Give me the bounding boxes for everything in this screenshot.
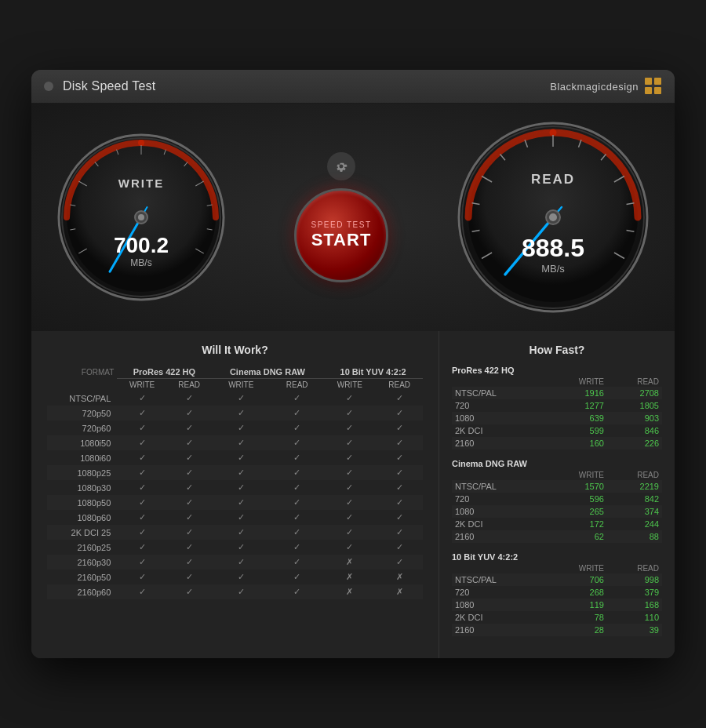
hf-write: 268 [545, 586, 607, 599]
hf-write: 78 [545, 611, 607, 624]
will-it-work-title: Will It Work? [47, 344, 423, 356]
hf-label: 2K DCI [452, 518, 545, 530]
table-row: 1080p50✓✓✓✓✓✓ [47, 495, 423, 510]
hf-read: 842 [607, 493, 662, 505]
hf-label: 1080 [452, 412, 545, 424]
check-cell: ✓ [323, 525, 376, 540]
brand-dot-1 [645, 78, 652, 85]
hf-row: 2K DCI 599 846 [452, 424, 662, 437]
format-cell: 2160p50 [47, 570, 117, 584]
check-cell: ✓ [211, 510, 271, 525]
format-cell: 2160p30 [47, 555, 117, 570]
check-cell: ✓ [376, 465, 423, 480]
check-cell: ✓ [271, 480, 323, 495]
close-button[interactable] [44, 82, 53, 91]
check-cell: ✓ [271, 510, 323, 525]
check-cell: ✓ [211, 406, 271, 420]
check-cell: ✓ [117, 406, 167, 420]
how-fast-title: How Fast? [452, 344, 662, 356]
table-row: 1080p60✓✓✓✓✓✓ [47, 510, 423, 525]
check-cell: ✓ [271, 420, 323, 435]
lower-section: Will It Work? FORMAT ProRes 422 HQ Cinem… [31, 331, 675, 658]
cinema-read-sub: READ [271, 379, 323, 391]
hf-format-title: Cinema DNG RAW [452, 459, 662, 468]
yuv-write-sub: WRITE [323, 379, 376, 391]
start-test-button[interactable]: SPEED TEST START [294, 188, 388, 282]
format-cell: 720p50 [47, 406, 117, 420]
cinema-write-sub: WRITE [211, 379, 271, 391]
write-gauge: WRITE 700.2 MB/s [55, 131, 227, 304]
svg-text:WRITE: WRITE [118, 177, 164, 190]
check-cell: ✓ [376, 480, 423, 495]
hf-write: 265 [545, 505, 607, 518]
hf-row: 1080 639 903 [452, 412, 662, 424]
cinema-dng-header: Cinema DNG RAW [211, 366, 323, 379]
read-col-header: READ [607, 377, 662, 387]
title-bar: Disk Speed Test Blackmagicdesign [31, 70, 675, 104]
check-cell: ✓ [271, 465, 323, 480]
check-cell: ✓ [117, 450, 167, 465]
yuv-read-sub: READ [376, 379, 423, 391]
check-cell: ✓ [376, 495, 423, 510]
label-col-header [452, 377, 545, 387]
check-cell: ✓ [323, 420, 376, 435]
format-cell: 1080p50 [47, 495, 117, 510]
hf-row: 2K DCI 78 110 [452, 611, 662, 624]
hf-write: 1916 [545, 387, 607, 399]
settings-button[interactable] [327, 152, 355, 180]
check-cell: ✓ [376, 435, 423, 450]
format-cell: 2160p60 [47, 584, 117, 599]
check-cell: ✓ [376, 406, 423, 420]
start-button-main-text: START [311, 230, 372, 250]
check-cell: ✓ [117, 584, 167, 599]
hf-label: 2160 [452, 437, 545, 450]
table-row: 720p60✓✓✓✓✓✓ [47, 420, 423, 435]
check-cell: ✓ [167, 540, 212, 555]
hf-write: 596 [545, 493, 607, 505]
hf-table: WRITEREAD NTSC/PAL 706 998 720 268 379 1… [452, 563, 662, 636]
hf-label: 1080 [452, 599, 545, 611]
check-cell: ✓ [167, 391, 212, 406]
hf-write: 160 [545, 437, 607, 450]
table-row: 1080i50✓✓✓✓✓✓ [47, 435, 423, 450]
hf-write: 119 [545, 599, 607, 611]
check-cell: ✓ [323, 435, 376, 450]
check-cell: ✓ [211, 584, 271, 599]
write-gauge-dial: WRITE 700.2 MB/s [55, 131, 227, 304]
check-cell: ✓ [323, 510, 376, 525]
check-cell: ✓ [167, 465, 212, 480]
hf-label: 720 [452, 399, 545, 412]
check-cell: ✓ [376, 510, 423, 525]
table-row: 2K DCI 25✓✓✓✓✓✓ [47, 525, 423, 540]
read-gauge: READ 888.5 MB/s [455, 119, 651, 315]
check-cell: ✗ [323, 555, 376, 570]
format-cell: NTSC/PAL [47, 391, 117, 406]
check-cell: ✓ [271, 495, 323, 510]
hf-label: 720 [452, 493, 545, 505]
check-cell: ✓ [117, 510, 167, 525]
hf-row: NTSC/PAL 706 998 [452, 573, 662, 586]
start-button-top-text: SPEED TEST [311, 220, 371, 230]
check-cell: ✓ [271, 435, 323, 450]
format-cell: 2K DCI 25 [47, 525, 117, 540]
hf-label: 1080 [452, 505, 545, 518]
brand-dots [645, 78, 662, 95]
format-col-header: FORMAT [47, 366, 117, 379]
table-row: NTSC/PAL✓✓✓✓✓✓ [47, 391, 423, 406]
hf-read: 39 [607, 624, 662, 636]
check-cell: ✓ [117, 570, 167, 584]
svg-text:READ: READ [531, 172, 575, 187]
read-col-header: READ [607, 470, 662, 480]
check-cell: ✓ [167, 510, 212, 525]
check-cell: ✓ [271, 525, 323, 540]
hf-read: 244 [607, 518, 662, 530]
hf-label: 2160 [452, 530, 545, 543]
check-cell: ✓ [117, 480, 167, 495]
check-cell: ✓ [376, 555, 423, 570]
check-cell: ✗ [376, 570, 423, 584]
hf-label: 720 [452, 586, 545, 599]
brand-dot-2 [654, 78, 661, 85]
check-cell: ✓ [376, 540, 423, 555]
hf-write: 172 [545, 518, 607, 530]
hf-row: 2160 160 226 [452, 437, 662, 450]
